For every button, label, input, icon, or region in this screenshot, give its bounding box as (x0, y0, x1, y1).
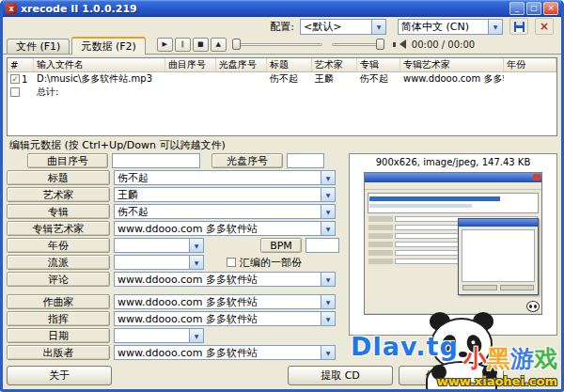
publisher-combo[interactable]: www.ddooo.com 多多软件站 ▼ (114, 345, 336, 360)
year-combo[interactable]: ▼ (114, 238, 204, 253)
app-window: x xrecode II 1.0.0.219 _ □ × 配置: <默认> ▼ … (0, 0, 564, 392)
title-combo[interactable]: 伤不起 ▼ (114, 170, 336, 185)
config-select[interactable]: <默认> ▼ (300, 19, 386, 35)
album-label-button[interactable]: 专辑 (7, 204, 110, 219)
row-checkbox[interactable]: ✓ (10, 74, 20, 84)
bpm-label-button[interactable]: BPM (260, 238, 302, 253)
total-checkbox[interactable] (10, 87, 20, 97)
config-label: 配置: (270, 20, 294, 34)
chevron-down-icon[interactable]: ▼ (189, 329, 203, 342)
chevron-down-icon[interactable]: ▼ (321, 188, 335, 201)
seek-slider[interactable] (232, 38, 322, 52)
about-button[interactable]: 关于 (7, 366, 112, 385)
app-icon: x (6, 3, 17, 14)
conductor-value: www.ddooo.com 多多软件站 (115, 312, 321, 326)
track-number-input[interactable] (112, 153, 200, 168)
composer-label-button[interactable]: 作曲家 (7, 294, 110, 309)
volume-slider[interactable] (332, 38, 384, 52)
chevron-down-icon[interactable]: ▼ (321, 295, 335, 308)
composer-combo[interactable]: www.ddooo.com 多多软件站 ▼ (114, 294, 336, 309)
tab-metadata[interactable]: 元数据 (F2) (71, 37, 145, 55)
row-num: 1 (22, 74, 27, 85)
language-value: 简体中文 (CN) (399, 20, 488, 34)
cover-art-info: 900x626, image/jpeg, 147.43 KB (376, 157, 531, 167)
col-num[interactable]: # (8, 58, 34, 71)
media-controls: ▶ ∥ ■ ▲ 00:00 / 00:00 (157, 38, 475, 52)
watermark-site-name: 小黑游戏 (463, 343, 557, 374)
compilation-checkbox[interactable] (227, 258, 236, 267)
genre-combo[interactable]: ▼ (114, 255, 204, 270)
tab-files[interactable]: 文件 (F1) (7, 39, 70, 54)
album-artist-label-button[interactable]: 专辑艺术家 (7, 221, 110, 236)
comment-value: www.ddooo.com 多多软件站 (115, 273, 321, 287)
date-label-button[interactable]: 日期 (7, 328, 110, 343)
col-track[interactable]: 曲目序号 (165, 58, 216, 71)
delete-x-icon: × (540, 21, 549, 32)
file-table: # 输入文件名 曲目序号 光盘序号 标题 艺术家 专辑 专辑艺术家 年份 ✓ 1… (7, 57, 557, 136)
pause-button[interactable]: ∥ (175, 38, 191, 52)
config-value: <默认> (301, 20, 371, 34)
genre-label-button[interactable]: 流派 (7, 255, 110, 270)
chevron-down-icon[interactable]: ▼ (321, 312, 335, 325)
chevron-down-icon[interactable]: ▼ (488, 20, 502, 34)
title-value: 伤不起 (115, 171, 321, 185)
watermark-site-url: www.xiaohei.com (437, 374, 557, 388)
col-artist[interactable]: 艺术家 (312, 58, 357, 71)
artist-value: 王麟 (115, 188, 321, 202)
maximize-button[interactable]: □ (526, 2, 541, 15)
conductor-combo[interactable]: www.ddooo.com 多多软件站 ▼ (114, 311, 336, 326)
artist-label-button[interactable]: 艺术家 (7, 187, 110, 202)
close-button[interactable]: × (543, 2, 558, 15)
album-artist-combo[interactable]: www.ddooo.com 多多软件站 ▼ (114, 221, 336, 236)
col-album-artist[interactable]: 专辑艺术家 (400, 58, 504, 71)
comment-combo[interactable]: www.ddooo.com 多多软件站 ▼ (114, 272, 336, 287)
mini-file-list (368, 193, 539, 213)
minimize-button[interactable]: _ (509, 2, 525, 15)
seek-thumb[interactable] (232, 39, 241, 50)
chevron-down-icon[interactable]: ▼ (189, 256, 203, 269)
time-display: 00:00 / 00:00 (412, 39, 475, 50)
play-button[interactable]: ▶ (157, 38, 173, 52)
artist-combo[interactable]: 王麟 ▼ (114, 187, 336, 202)
metadata-form: 曲目序号 光盘序号 标题 伤不起 ▼ 艺术家 王麟 ▼ 专 (7, 153, 339, 362)
comment-label-button[interactable]: 评论 (7, 272, 110, 287)
seek-track (232, 43, 322, 46)
toolbar: 配置: <默认> ▼ 简体中文 (CN) ▼ × (3, 17, 561, 36)
title-label-button[interactable]: 标题 (7, 170, 110, 185)
stop-button[interactable]: ■ (193, 38, 209, 52)
chevron-down-icon[interactable]: ▼ (371, 20, 385, 34)
date-combo[interactable]: ▼ (114, 328, 204, 343)
track-number-label-button[interactable]: 曲目序号 (27, 153, 108, 168)
publisher-label-button[interactable]: 出版者 (7, 345, 110, 360)
chevron-down-icon[interactable]: ▼ (189, 239, 203, 252)
year-label-button[interactable]: 年份 (7, 238, 110, 253)
save-config-button[interactable] (509, 18, 528, 35)
col-album[interactable]: 专辑 (357, 58, 400, 71)
col-disc[interactable]: 光盘序号 (216, 58, 267, 71)
conductor-label-button[interactable]: 指挥 (7, 311, 110, 326)
col-filename[interactable]: 输入文件名 (34, 58, 165, 71)
chevron-down-icon[interactable]: ▼ (321, 205, 335, 218)
cell-album: 伤不起 (357, 72, 400, 86)
language-select[interactable]: 简体中文 (CN) ▼ (398, 19, 503, 35)
disc-number-input[interactable] (287, 153, 324, 168)
col-year[interactable]: 年份 (504, 58, 556, 71)
chevron-down-icon[interactable]: ▼ (321, 273, 335, 286)
composer-value: www.ddooo.com 多多软件站 (115, 295, 321, 309)
save-icon (514, 22, 525, 32)
disc-number-label-button[interactable]: 光盘序号 (212, 153, 283, 168)
col-title[interactable]: 标题 (267, 58, 312, 71)
mini-titlebar (365, 173, 541, 182)
delete-config-button[interactable]: × (535, 18, 554, 35)
bpm-input[interactable] (306, 238, 339, 253)
album-combo[interactable]: 伤不起 ▼ (114, 204, 336, 219)
chevron-down-icon[interactable]: ▼ (321, 171, 335, 184)
volume-thumb[interactable] (376, 39, 384, 50)
chevron-down-icon[interactable]: ▼ (321, 346, 335, 359)
chevron-down-icon[interactable]: ▼ (321, 222, 335, 235)
table-row[interactable]: ✓ 1 D:\music\多多软件站.mp3 伤不起 王麟 伤不起 www.dd… (8, 72, 556, 86)
mini-close-icon (533, 174, 540, 180)
cell-album-artist: www.ddooo.com 多多软件站 (400, 72, 504, 86)
album-value: 伤不起 (115, 205, 321, 219)
eject-button[interactable]: ▲ (211, 38, 227, 52)
